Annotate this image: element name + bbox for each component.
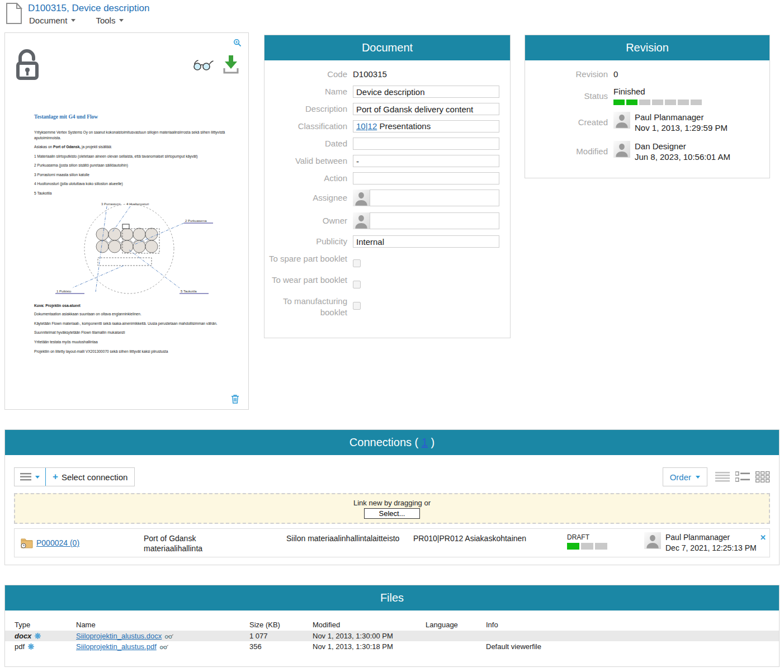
classification-link[interactable]: 10|12 <box>356 121 377 131</box>
wear-part-checkbox[interactable] <box>353 281 361 288</box>
file-menu-gear-icon[interactable] <box>35 633 41 639</box>
svg-text:1 Putkisto: 1 Putkisto <box>56 290 72 293</box>
trash-icon[interactable] <box>231 394 239 404</box>
file-modified: Nov 1, 2013, 1:30:00 PM <box>313 632 426 640</box>
file-link[interactable]: Siiloprojektin_alustus.pdf <box>76 642 157 651</box>
manufacturing-checkbox[interactable] <box>353 302 361 310</box>
connections-menu-button[interactable] <box>15 468 45 486</box>
name-input[interactable] <box>353 86 499 98</box>
assignee-avatar <box>353 190 370 206</box>
document-preview: Testanlage mit G4 und Flow Yrityksemme V… <box>34 114 242 358</box>
document-icon <box>6 3 22 24</box>
modified-date: Jun 8, 2023, 10:56:01 AM <box>635 152 730 162</box>
connection-status-progress <box>567 543 644 550</box>
file-link[interactable]: Siiloprojektin_alustus.docx <box>76 632 162 640</box>
folder-clock-icon <box>21 537 33 548</box>
field-code: Code D100315 <box>265 68 502 81</box>
chevron-down-icon <box>35 476 40 479</box>
description-input[interactable] <box>353 103 499 115</box>
preview-doc-title: Testanlage mit G4 und Flow <box>34 114 242 120</box>
list-view-icon[interactable] <box>715 471 730 482</box>
connections-toolbar: + Select connection Order <box>14 467 770 486</box>
assignee-input[interactable] <box>370 190 499 206</box>
field-valid-between: Valid between <box>265 155 502 167</box>
created-user: Paul Planmanager <box>635 112 728 122</box>
chevron-down-icon <box>696 476 700 479</box>
owner-input[interactable] <box>370 212 499 229</box>
file-info: Default viewerfile <box>486 642 779 651</box>
field-action: Action <box>265 172 502 184</box>
revision-value: 0 <box>613 68 618 81</box>
field-manufacturing: To manufacturing booklet <box>265 295 502 318</box>
preview-caption: Kuva: Projektin osa-alueet <box>34 304 242 307</box>
connection-row: P000024 (0) Port of Gdansk materiaalihal… <box>14 528 770 557</box>
menu-bar: Document Tools <box>28 16 149 25</box>
files-section: Files Type Name Size (KB) Modified Langu… <box>4 585 780 667</box>
field-dated: Dated <box>265 138 502 150</box>
page: D100315, Device description Document Too… <box>0 0 784 672</box>
unlocked-icon <box>15 49 40 80</box>
view-file-icon[interactable] <box>159 644 168 650</box>
field-assignee: Assignee <box>265 190 502 206</box>
classification-input[interactable]: 10|12 Presentations <box>353 120 499 132</box>
connections-header: Connections ( 1 ) <box>5 430 779 455</box>
select-button[interactable]: Select... <box>364 508 421 519</box>
connection-classification: PR010|PR012 Asiakaskohtainen <box>413 529 567 543</box>
link-dropzone[interactable]: Link new by dragging or Select... <box>14 493 770 524</box>
file-modified: Nov 1, 2013, 1:30:18 PM <box>313 642 426 651</box>
menu-document[interactable]: Document <box>29 16 75 25</box>
connections-count-link[interactable]: 1 <box>422 436 428 449</box>
files-header: Files <box>5 585 779 611</box>
connection-avatar <box>644 532 661 549</box>
modified-user: Dan Designer <box>635 141 730 152</box>
field-owner: Owner <box>265 212 502 229</box>
action-input[interactable] <box>353 172 499 184</box>
preview-panel: Testanlage mit G4 und Flow Yrityksemme V… <box>4 32 249 410</box>
field-status: Status Finished <box>525 86 762 105</box>
created-date: Nov 1, 2013, 1:29:59 PM <box>635 122 728 133</box>
connection-description: Siilon materiaalinhallintalaitteisto <box>286 529 413 543</box>
view-glasses-icon[interactable] <box>192 59 214 71</box>
svg-text:5 Taukotila: 5 Taukotila <box>181 290 197 293</box>
status-progress <box>613 100 702 105</box>
field-classification: Classification 10|12 Presentations <box>265 120 502 132</box>
svg-text:3 Porrastorni: 3 Porrastorni <box>101 202 120 206</box>
silo-diagram: 3 Porrastorni 4 Huoltonosturi 2 Purkuase… <box>40 200 230 299</box>
top-header: D100315, Device description Document Too… <box>6 3 149 25</box>
chevron-down-icon <box>71 19 75 22</box>
document-panel: Document Code D100315 Name Description C… <box>264 35 511 338</box>
file-row: docx Siiloprojektin_alustus.docx <box>5 631 779 641</box>
remove-connection-icon[interactable]: ✕ <box>760 529 772 542</box>
status-value: Finished <box>613 86 702 98</box>
detail-view-icon[interactable] <box>735 471 750 482</box>
page-title: D100315, Device description <box>28 3 149 14</box>
dated-input[interactable] <box>353 138 499 150</box>
connection-status: DRAFT <box>567 529 644 550</box>
connections-section: Connections ( 1 ) + Select connection O <box>4 429 780 565</box>
file-menu-gear-icon[interactable] <box>28 643 34 650</box>
field-wear-part: To wear part booklet <box>265 274 502 288</box>
order-button[interactable]: Order <box>663 467 707 486</box>
valid-between-input[interactable] <box>353 155 499 167</box>
spare-part-checkbox[interactable] <box>353 259 361 267</box>
files-table-header: Type Name Size (KB) Modified Language In… <box>5 618 779 631</box>
modified-avatar <box>613 141 630 158</box>
zoom-preview-icon[interactable] <box>233 39 242 47</box>
field-spare-part: To spare part booklet <box>265 253 502 267</box>
revision-panel: Revision Revision 0 Status Finished Crea… <box>525 35 770 178</box>
publicity-input[interactable] <box>353 235 499 248</box>
file-size: 1 077 <box>249 632 313 640</box>
download-icon[interactable] <box>223 54 239 74</box>
file-type: pdf <box>15 642 25 651</box>
select-connection-button[interactable]: + Select connection <box>46 468 134 486</box>
svg-text:2 Purkuasema: 2 Purkuasema <box>185 219 207 223</box>
connection-code-link[interactable]: P000024 (0) <box>36 538 79 547</box>
menu-tools[interactable]: Tools <box>96 16 124 25</box>
connection-user: Paul Planmanager <box>665 532 757 543</box>
grid-view-icon[interactable] <box>755 471 770 482</box>
field-description: Description <box>265 103 502 115</box>
plus-icon: + <box>53 471 58 482</box>
field-revision: Revision 0 <box>525 68 762 81</box>
view-file-icon[interactable] <box>164 633 173 639</box>
field-modified: Modified Dan Designer Jun 8, 2023, 10:56… <box>525 141 762 162</box>
